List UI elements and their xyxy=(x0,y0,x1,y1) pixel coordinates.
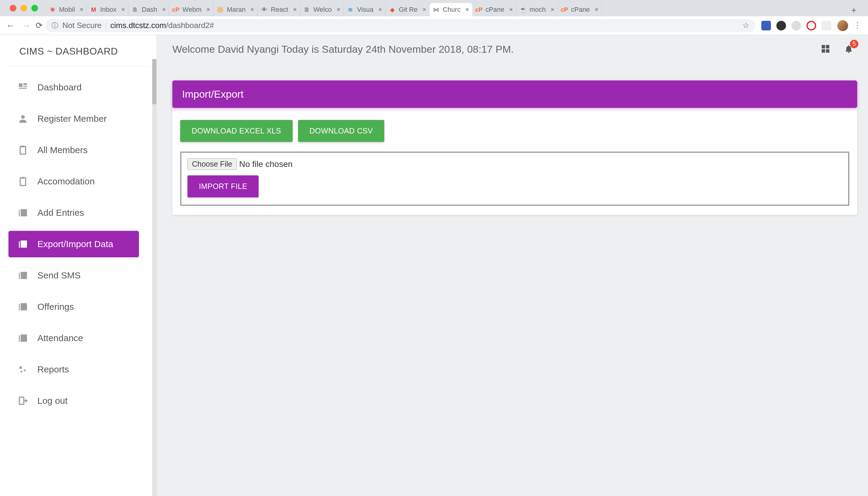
sidebar-item-label: Export/Import Data xyxy=(37,239,113,249)
extension-icon[interactable] xyxy=(761,21,771,30)
sidebar-item-send-sms[interactable]: Send SMS xyxy=(9,262,139,289)
tab-label[interactable]: Maran xyxy=(227,6,245,14)
back-button[interactable]: ← xyxy=(4,20,17,31)
sidebar-item-dashboard[interactable]: Dashboard xyxy=(9,74,139,100)
extension-icon[interactable] xyxy=(822,21,831,30)
sidebar-item-label: Accomodation xyxy=(37,176,95,187)
tab-close-icon[interactable]: × xyxy=(249,6,254,14)
tab-close-icon[interactable]: × xyxy=(291,6,297,14)
tab-close-icon[interactable]: × xyxy=(205,6,211,14)
tab-label[interactable]: Mobil xyxy=(59,6,75,14)
extension-icon[interactable] xyxy=(807,21,816,30)
library-icon xyxy=(17,269,29,281)
import-file-button[interactable]: IMPORT FILE xyxy=(187,175,259,197)
library-icon xyxy=(17,301,29,313)
window-minimize[interactable] xyxy=(20,5,27,12)
tab-close-icon[interactable]: × xyxy=(160,6,166,14)
sidebar-item-label: Dashboard xyxy=(37,82,82,93)
download-csv-button[interactable]: DOWNLOAD CSV xyxy=(298,120,384,142)
svg-rect-18 xyxy=(21,335,27,342)
profile-avatar[interactable] xyxy=(837,20,848,31)
svg-rect-17 xyxy=(19,336,20,342)
bookmark-star-icon[interactable]: ☆ xyxy=(742,21,749,30)
svg-rect-16 xyxy=(21,303,27,310)
tab-close-icon[interactable]: × xyxy=(335,6,341,14)
svg-point-4 xyxy=(21,115,25,119)
tab-close-icon[interactable]: × xyxy=(119,6,125,14)
window-maximize[interactable] xyxy=(31,5,38,12)
tab-close-icon[interactable]: × xyxy=(464,6,469,14)
tab-label[interactable]: Webm xyxy=(182,6,201,14)
svg-rect-3 xyxy=(19,88,27,89)
svg-rect-7 xyxy=(20,178,26,186)
sidebar-item-reports[interactable]: Reports xyxy=(9,356,139,383)
sidebar-item-add-entries[interactable]: Add Entries xyxy=(9,200,139,226)
favicon: ◆ xyxy=(388,6,396,13)
favicon: 👁 xyxy=(261,6,268,13)
extension-icon[interactable] xyxy=(791,21,801,30)
tab-label[interactable]: React xyxy=(271,6,288,14)
sidebar-item-export-import[interactable]: Export/Import Data xyxy=(9,231,139,257)
omnibox[interactable]: ⓘ Not Secure cims.dtcstz.com/dashboard2#… xyxy=(46,19,755,32)
favicon: ≋ xyxy=(347,6,354,13)
tab-label[interactable]: Visua xyxy=(357,6,374,14)
apps-grid-icon[interactable] xyxy=(820,44,831,55)
tab-label[interactable]: Git Re xyxy=(399,6,417,14)
notifications-button[interactable]: 5 xyxy=(844,44,854,55)
extension-icon[interactable] xyxy=(776,21,786,30)
tab-close-icon[interactable]: × xyxy=(420,6,426,14)
chrome-menu-icon[interactable]: ⋮ xyxy=(851,21,864,30)
svg-rect-25 xyxy=(822,49,825,52)
svg-rect-23 xyxy=(822,45,825,48)
tab-close-icon[interactable]: × xyxy=(507,6,513,14)
svg-rect-14 xyxy=(21,272,27,279)
tab-label[interactable]: cPane xyxy=(571,6,590,14)
clipboard-icon xyxy=(17,144,29,156)
favicon: cP xyxy=(475,6,482,13)
tab-active: ⋈Churc× xyxy=(430,3,472,16)
tab-label[interactable]: Dash xyxy=(142,6,157,14)
svg-rect-0 xyxy=(19,83,22,87)
main-content: Welcome David Nyangi Today is Saturday 2… xyxy=(157,35,868,496)
sidebar: CIMS ~ DASHBOARD Dashboard Register Memb… xyxy=(0,35,157,496)
tab-close-icon[interactable]: × xyxy=(549,6,555,14)
favicon: M xyxy=(90,6,97,13)
download-xls-button[interactable]: DOWNLOAD EXCEL XLS xyxy=(180,120,293,142)
tab-close-icon[interactable]: × xyxy=(593,6,599,14)
tab-close-icon[interactable]: × xyxy=(376,6,382,14)
browser-tab-strip: ❋Mobil× MInbox× 🗎Dash× cPWebm× 🔆Maran× 👁… xyxy=(0,0,868,16)
sidebar-item-logout[interactable]: Log out xyxy=(9,388,139,414)
import-box: Choose File No file chosen IMPORT FILE xyxy=(180,152,849,206)
svg-rect-9 xyxy=(19,210,20,216)
window-close[interactable] xyxy=(10,5,16,12)
sidebar-item-offerings[interactable]: Offerings xyxy=(9,294,139,320)
site-info-icon[interactable]: ⓘ xyxy=(51,21,58,30)
brand-title: CIMS ~ DASHBOARD xyxy=(6,42,150,66)
sidebar-item-label: All Members xyxy=(37,145,88,155)
tab-label[interactable]: Welco xyxy=(313,6,332,14)
favicon: 🗎 xyxy=(303,6,310,13)
card-title: Import/Export xyxy=(172,80,857,108)
address-bar: ← → ⟳ ⓘ Not Secure cims.dtcstz.com/dashb… xyxy=(0,16,868,35)
library-icon xyxy=(17,332,29,344)
tab: ◆Git Re× xyxy=(386,3,430,16)
sidebar-item-label: Log out xyxy=(37,396,67,406)
sidebar-item-attendance[interactable]: Attendance xyxy=(9,325,139,351)
tab: ❋Mobil× xyxy=(46,3,87,16)
tab: MInbox× xyxy=(87,3,128,16)
sidebar-item-all-members[interactable]: All Members xyxy=(9,137,139,163)
reload-button[interactable]: ⟳ xyxy=(35,20,43,30)
forward-button[interactable]: → xyxy=(20,20,33,31)
welcome-message: Welcome David Nyangi Today is Saturday 2… xyxy=(172,43,514,55)
tab-label[interactable]: cPane xyxy=(485,6,504,14)
tab-label[interactable]: Churc xyxy=(443,6,461,14)
tab-label[interactable]: moch xyxy=(529,6,546,14)
file-chosen-label: No file chosen xyxy=(239,159,292,169)
tab-close-icon[interactable]: × xyxy=(78,6,84,14)
choose-file-button[interactable]: Choose File xyxy=(187,158,237,170)
sidebar-item-register-member[interactable]: Register Member xyxy=(9,106,139,132)
new-tab-button[interactable]: ＋ xyxy=(845,4,863,16)
svg-rect-12 xyxy=(21,241,27,248)
sidebar-item-accomodation[interactable]: Accomodation xyxy=(9,168,139,195)
tab-label[interactable]: Inbox xyxy=(100,6,117,14)
